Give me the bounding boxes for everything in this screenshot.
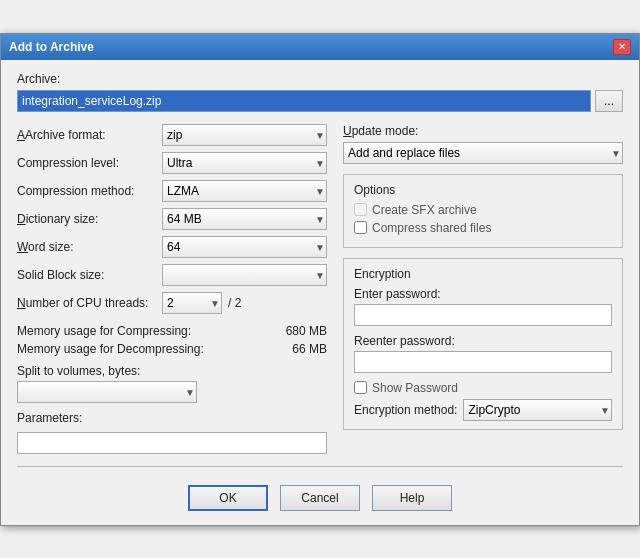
memory-compress-row: Memory usage for Compressing: 680 MB xyxy=(17,324,327,338)
divider xyxy=(17,466,623,467)
create-sfx-row: Create SFX archive xyxy=(354,203,612,217)
compression-method-row: Compression method: LZMA Deflate BZip2 ▼ xyxy=(17,180,327,202)
compression-method-wrapper: LZMA Deflate BZip2 ▼ xyxy=(162,180,327,202)
solid-block-select[interactable] xyxy=(162,264,327,286)
parameters-label: Parameters: xyxy=(17,411,327,425)
help-button[interactable]: Help xyxy=(372,485,452,511)
cancel-button[interactable]: Cancel xyxy=(280,485,360,511)
create-sfx-checkbox[interactable] xyxy=(354,203,367,216)
cpu-threads-select[interactable]: 1 2 3 4 xyxy=(162,292,222,314)
memory-decompress-row: Memory usage for Decompressing: 66 MB xyxy=(17,342,327,356)
compress-shared-checkbox[interactable] xyxy=(354,221,367,234)
archive-label: Archive: xyxy=(17,72,623,86)
ok-button[interactable]: OK xyxy=(188,485,268,511)
cpu-threads-wrapper: 1 2 3 4 ▼ xyxy=(162,292,222,314)
memory-stats: Memory usage for Compressing: 680 MB Mem… xyxy=(17,324,327,356)
enter-password-label: Enter password: xyxy=(354,287,612,301)
show-password-checkbox[interactable] xyxy=(354,381,367,394)
word-size-label: Word size: xyxy=(17,240,162,254)
archive-format-row: AArchive format: zip 7z rar ▼ xyxy=(17,124,327,146)
memory-compress-value: 680 MB xyxy=(267,324,327,338)
compression-level-wrapper: Store Fastest Fast Normal Maximum Ultra … xyxy=(162,152,327,174)
dictionary-size-row: Dictionary size: 64 KB 1 MB 4 MB 16 MB 6… xyxy=(17,208,327,230)
compression-level-label: Compression level: xyxy=(17,156,162,170)
dictionary-size-select[interactable]: 64 KB 1 MB 4 MB 16 MB 64 MB 256 MB xyxy=(162,208,327,230)
create-sfx-label: Create SFX archive xyxy=(372,203,477,217)
solid-block-label: Solid Block size: xyxy=(17,268,162,282)
encryption-method-label: Encryption method: xyxy=(354,403,457,417)
encryption-title: Encryption xyxy=(354,267,612,281)
dictionary-size-wrapper: 64 KB 1 MB 4 MB 16 MB 64 MB 256 MB ▼ xyxy=(162,208,327,230)
main-columns: AArchive format: zip 7z rar ▼ Compressio… xyxy=(17,124,623,454)
archive-format-select-wrapper: zip 7z rar ▼ xyxy=(162,124,327,146)
reenter-password-label: Reenter password: xyxy=(354,334,612,348)
compression-method-select[interactable]: LZMA Deflate BZip2 xyxy=(162,180,327,202)
encryption-method-select-wrapper: ZipCrypto AES-128 AES-256 ▼ xyxy=(463,399,612,421)
parameters-section: Parameters: xyxy=(17,411,327,454)
update-mode-label: Update mode: xyxy=(343,124,623,138)
show-password-row: Show Password xyxy=(354,381,612,395)
memory-decompress-value: 66 MB xyxy=(267,342,327,356)
split-section: Split to volumes, bytes: 10M 100M 700M ▼ xyxy=(17,364,327,403)
options-title: Options xyxy=(354,183,612,197)
archive-format-label: AArchive format: xyxy=(17,128,162,142)
add-to-archive-dialog: Add to Archive ✕ Archive: ... AArchive f… xyxy=(0,33,640,526)
split-label: Split to volumes, bytes: xyxy=(17,364,327,378)
dialog-title: Add to Archive xyxy=(9,40,94,54)
cpu-threads-suffix: / 2 xyxy=(228,296,241,310)
reenter-password-input[interactable] xyxy=(354,351,612,373)
archive-input[interactable] xyxy=(17,90,591,112)
title-bar: Add to Archive ✕ xyxy=(1,34,639,60)
parameters-input[interactable] xyxy=(17,432,327,454)
compression-level-row: Compression level: Store Fastest Fast No… xyxy=(17,152,327,174)
archive-format-select[interactable]: zip 7z rar xyxy=(162,124,327,146)
show-password-label: Show Password xyxy=(372,381,458,395)
button-bar: OK Cancel Help xyxy=(1,475,639,525)
options-group: Options Create SFX archive Compress shar… xyxy=(343,174,623,248)
memory-compress-label: Memory usage for Compressing: xyxy=(17,324,267,338)
dialog-content: Archive: ... AArchive format: zip 7z rar xyxy=(1,60,639,466)
compress-shared-row: Compress shared files xyxy=(354,221,612,235)
solid-block-wrapper: ▼ xyxy=(162,264,327,286)
encryption-method-row: Encryption method: ZipCrypto AES-128 AES… xyxy=(354,399,612,421)
word-size-select[interactable]: 16 32 64 128 xyxy=(162,236,327,258)
update-mode-select[interactable]: Add and replace files Update and add fil… xyxy=(343,142,623,164)
cpu-threads-label: Number of CPU threads: xyxy=(17,296,162,310)
left-column: AArchive format: zip 7z rar ▼ Compressio… xyxy=(17,124,327,454)
word-size-wrapper: 16 32 64 128 ▼ xyxy=(162,236,327,258)
enter-password-input[interactable] xyxy=(354,304,612,326)
solid-block-row: Solid Block size: ▼ xyxy=(17,264,327,286)
encryption-group: Encryption Enter password: Reenter passw… xyxy=(343,258,623,430)
compression-method-label: Compression method: xyxy=(17,184,162,198)
split-select[interactable]: 10M 100M 700M xyxy=(17,381,197,403)
split-select-wrapper: 10M 100M 700M ▼ xyxy=(17,381,197,403)
encryption-method-select[interactable]: ZipCrypto AES-128 AES-256 xyxy=(463,399,612,421)
cpu-threads-row: Number of CPU threads: 1 2 3 4 ▼ / 2 xyxy=(17,292,327,314)
browse-button[interactable]: ... xyxy=(595,90,623,112)
update-mode-select-wrapper: Add and replace files Update and add fil… xyxy=(343,142,623,164)
memory-decompress-label: Memory usage for Decompressing: xyxy=(17,342,267,356)
archive-row: ... xyxy=(17,90,623,112)
right-column: Update mode: Add and replace files Updat… xyxy=(343,124,623,454)
close-button[interactable]: ✕ xyxy=(613,39,631,55)
compress-shared-label: Compress shared files xyxy=(372,221,491,235)
dictionary-size-label: Dictionary size: xyxy=(17,212,162,226)
compression-level-select[interactable]: Store Fastest Fast Normal Maximum Ultra xyxy=(162,152,327,174)
word-size-row: Word size: 16 32 64 128 ▼ xyxy=(17,236,327,258)
